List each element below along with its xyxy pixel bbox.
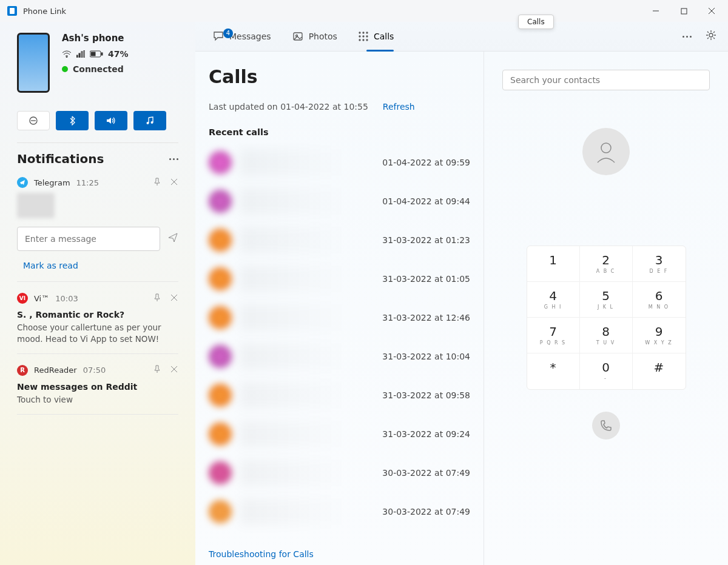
key-6[interactable]: 6M N O xyxy=(633,282,686,318)
avatar-blurred xyxy=(209,461,232,484)
more-icon[interactable] xyxy=(169,158,178,160)
contact-placeholder-avatar xyxy=(582,128,630,175)
battery-percent: 47% xyxy=(108,49,129,59)
mark-read-link[interactable]: Mark as read xyxy=(23,261,178,270)
device-status-icons: 47% xyxy=(62,49,129,59)
recent-calls-list[interactable]: 01-04-2022 at 09:59 01-04-2022 at 09:44 … xyxy=(195,143,484,546)
music-button[interactable] xyxy=(133,111,166,130)
avatar-blurred xyxy=(209,267,232,290)
caller-blurred xyxy=(240,227,374,253)
call-row[interactable]: 01-04-2022 at 09:44 xyxy=(195,182,484,221)
call-row[interactable]: 01-04-2022 at 09:59 xyxy=(195,143,484,182)
svg-rect-6 xyxy=(79,53,80,58)
svg-point-25 xyxy=(363,32,364,33)
dismiss-icon[interactable] xyxy=(170,365,178,375)
key-hash[interactable]: # xyxy=(633,353,686,389)
notification-item[interactable]: Telegram 11:25 Mark as read xyxy=(17,177,178,282)
avatar-blurred xyxy=(209,306,232,329)
overflow-button[interactable] xyxy=(682,36,692,38)
key-7[interactable]: 7P Q R S xyxy=(527,318,580,353)
tab-photos[interactable]: Photos xyxy=(283,27,346,46)
notif-title: S. , Romantic or Rock? xyxy=(17,310,178,319)
maximize-button[interactable] xyxy=(670,1,698,21)
call-time: 01-04-2022 at 09:44 xyxy=(382,196,470,206)
svg-point-29 xyxy=(366,36,368,37)
last-updated: Last updated on 01-04-2022 at 10:55 xyxy=(209,102,368,112)
key-3[interactable]: 3D E F xyxy=(633,246,686,282)
pin-icon[interactable] xyxy=(153,178,161,188)
notif-app: RedReader xyxy=(34,366,77,375)
tabs-row: Calls 4 Messages Photos Calls xyxy=(195,22,728,52)
call-row[interactable]: 31-03-2022 at 09:58 xyxy=(195,376,484,415)
call-row[interactable]: 30-03-2022 at 07:49 xyxy=(195,492,484,531)
avatar-blurred xyxy=(209,345,232,368)
settings-button[interactable] xyxy=(705,29,717,44)
tab-calls[interactable]: Calls xyxy=(349,27,402,45)
key-9[interactable]: 9W X Y Z xyxy=(633,318,686,353)
refresh-link[interactable]: Refresh xyxy=(383,102,415,112)
bluetooth-button[interactable] xyxy=(56,111,89,130)
caller-blurred xyxy=(240,304,374,331)
svg-rect-10 xyxy=(91,52,95,56)
notif-time: 10:03 xyxy=(55,294,78,303)
device-thumbnail[interactable] xyxy=(17,33,50,93)
volume-button[interactable] xyxy=(95,111,127,130)
key-4[interactable]: 4G H I xyxy=(527,282,580,318)
svg-point-31 xyxy=(363,39,364,41)
notification-item[interactable]: VI Vi™ 10:03 S. , Romantic or Rock? Choo… xyxy=(17,293,178,354)
redreader-icon: R xyxy=(17,365,28,376)
key-0[interactable]: 0- xyxy=(580,353,633,389)
key-1[interactable]: 1 xyxy=(527,246,580,282)
svg-point-4 xyxy=(66,56,67,58)
caller-blurred xyxy=(240,188,374,215)
dismiss-icon[interactable] xyxy=(170,178,178,188)
svg-point-28 xyxy=(363,36,364,37)
title-left: Phone Link xyxy=(7,6,66,16)
troubleshoot-link[interactable]: Troubleshooting for Calls xyxy=(195,546,484,565)
call-row[interactable]: 31-03-2022 at 01:23 xyxy=(195,221,484,259)
call-row[interactable]: 31-03-2022 at 01:05 xyxy=(195,259,484,298)
app-title: Phone Link xyxy=(23,7,66,16)
search-contacts-input[interactable] xyxy=(502,70,710,90)
caller-blurred xyxy=(240,498,374,525)
call-row[interactable]: 31-03-2022 at 10:04 xyxy=(195,337,484,376)
notif-body: Touch to view xyxy=(17,394,178,406)
close-button[interactable] xyxy=(698,1,726,21)
pin-icon[interactable] xyxy=(153,293,161,304)
window-controls xyxy=(642,1,726,21)
notif-time: 11:25 xyxy=(76,178,99,187)
tab-label: Calls xyxy=(374,32,394,41)
tab-messages[interactable]: 4 Messages xyxy=(204,26,280,47)
connected-dot-icon xyxy=(62,66,68,72)
notifications-header: Notifications xyxy=(17,152,178,166)
reply-input[interactable] xyxy=(17,227,160,251)
call-row[interactable]: 30-03-2022 at 07:49 xyxy=(195,453,484,492)
wifi-icon xyxy=(62,50,72,58)
key-8[interactable]: 8T U V xyxy=(580,318,633,353)
avatar-blurred xyxy=(209,229,232,252)
dismiss-icon[interactable] xyxy=(170,293,178,304)
key-star[interactable]: * xyxy=(527,353,580,389)
tab-label: Photos xyxy=(309,32,337,41)
notif-body: Choose your callertune as per your mood.… xyxy=(17,322,178,345)
tab-label: Messages xyxy=(229,32,271,41)
notif-preview-blurred xyxy=(17,193,55,218)
key-5[interactable]: 5J K L xyxy=(580,282,633,318)
calls-column: Calls Last updated on 01-04-2022 at 10:5… xyxy=(195,52,484,565)
svg-rect-11 xyxy=(101,53,103,55)
connection-row: Connected xyxy=(62,64,129,74)
minimize-button[interactable] xyxy=(642,1,670,21)
pin-icon[interactable] xyxy=(153,365,161,375)
key-2[interactable]: 2A B C xyxy=(580,246,633,282)
avatar-blurred xyxy=(209,190,232,213)
notification-item[interactable]: R RedReader 07:50 New messages on Reddit… xyxy=(17,365,178,415)
dnd-button[interactable] xyxy=(17,111,50,130)
caller-blurred xyxy=(240,460,374,486)
svg-rect-1 xyxy=(681,8,687,14)
svg-point-32 xyxy=(366,39,368,41)
call-row[interactable]: 31-03-2022 at 09:24 xyxy=(195,415,484,453)
call-button[interactable] xyxy=(592,412,620,440)
call-row[interactable]: 31-03-2022 at 12:46 xyxy=(195,298,484,337)
send-icon[interactable] xyxy=(167,232,178,246)
caller-blurred xyxy=(240,266,374,292)
